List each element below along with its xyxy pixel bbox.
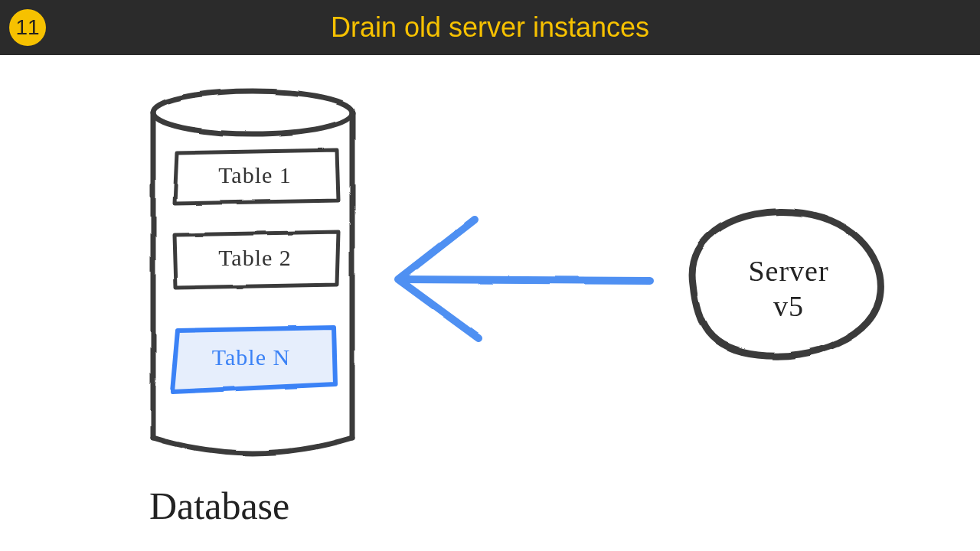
database-cylinder bbox=[153, 91, 352, 453]
server-line2: v5 bbox=[712, 289, 865, 324]
arrow-icon bbox=[398, 220, 651, 338]
step-number-badge: 11 bbox=[9, 9, 46, 46]
table-2-label: Table 2 bbox=[178, 245, 332, 271]
table-n-label: Table N bbox=[175, 344, 328, 370]
slide-title: Drain old server instances bbox=[0, 11, 980, 44]
table-1-label: Table 1 bbox=[178, 162, 332, 188]
server-label: Server v5 bbox=[712, 254, 865, 324]
slide-header: 11 Drain old server instances bbox=[0, 0, 980, 55]
database-caption: Database bbox=[149, 484, 289, 528]
svg-point-0 bbox=[153, 91, 352, 134]
step-number: 11 bbox=[15, 15, 39, 40]
diagram-canvas: Table 1 Table 2 Table N Database Server … bbox=[0, 55, 980, 551]
server-line1: Server bbox=[712, 254, 865, 289]
